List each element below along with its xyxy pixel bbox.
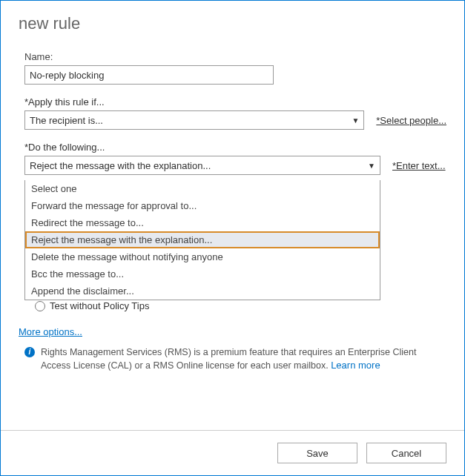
info-icon: i	[24, 347, 35, 357]
mode-no-policy-tips-radio[interactable]	[35, 301, 45, 311]
name-label: Name:	[24, 51, 446, 62]
condition-select[interactable]: The recipient is... ▼	[24, 110, 364, 130]
action-option-selected[interactable]: Reject the message with the explanation.…	[25, 231, 380, 248]
chevron-down-icon: ▼	[352, 116, 359, 125]
mode-no-policy-tips-label: Test without Policy Tips	[50, 300, 149, 311]
action-option[interactable]: Select one	[25, 180, 380, 197]
cancel-button[interactable]: Cancel	[366, 443, 446, 463]
action-dropdown[interactable]: Select one Forward the message for appro…	[24, 180, 380, 300]
name-input[interactable]	[24, 65, 274, 85]
chevron-down-icon: ▼	[368, 162, 375, 170]
action-select[interactable]: Reject the message with the explanation.…	[24, 156, 380, 175]
save-button[interactable]: Save	[277, 443, 357, 463]
action-option[interactable]: Delete the message without notifying any…	[25, 248, 380, 265]
condition-label: *Apply this rule if...	[24, 96, 446, 108]
learn-more-link[interactable]: Learn more	[331, 360, 380, 371]
action-label: *Do the following...	[24, 142, 446, 153]
enter-text-link[interactable]: *Enter text...	[392, 160, 446, 171]
mode-no-policy-tips[interactable]: Test without Policy Tips	[35, 300, 446, 311]
action-option[interactable]: Forward the message for approval to...	[25, 197, 380, 214]
action-option[interactable]: Bcc the message to...	[25, 265, 380, 282]
more-options-link[interactable]: More options...	[19, 326, 82, 337]
action-selected: Reject the message with the explanation.…	[30, 160, 211, 171]
page-title: new rule	[19, 14, 446, 33]
condition-selected: The recipient is...	[30, 115, 103, 126]
select-people-link[interactable]: *Select people...	[376, 115, 446, 126]
info-text: Rights Management Services (RMS) is a pr…	[41, 346, 439, 373]
action-option[interactable]: Redirect the message to...	[25, 214, 380, 231]
action-option[interactable]: Append the disclaimer...	[25, 282, 380, 300]
